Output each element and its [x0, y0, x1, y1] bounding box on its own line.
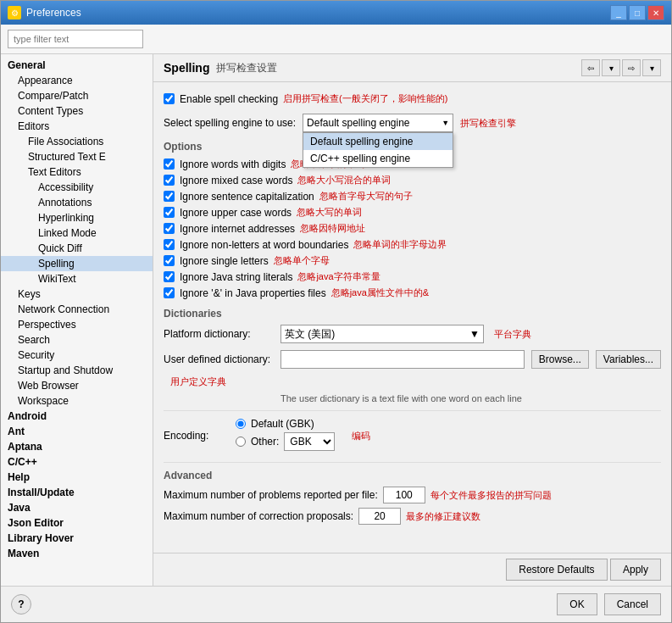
encoding-other-radio[interactable]	[236, 437, 246, 447]
platform-dict-label-cn: 平台字典	[494, 328, 531, 341]
apply-button[interactable]: Apply	[610, 559, 661, 581]
nav-menu-button[interactable]: ▾	[642, 59, 661, 76]
checkbox-ignore-internet: Ignore internet addresses 忽略因特网地址	[164, 222, 661, 235]
checkbox-ignore-java-string: Ignore Java string literals 忽略java字符串常量	[164, 270, 661, 283]
window-icon: ⚙	[8, 6, 21, 19]
nav-dropdown-button[interactable]: ▾	[602, 59, 620, 76]
platform-dict-row: Platform dictionary: 英文 (美国) ▼ 平台字典	[164, 325, 661, 343]
cb-ignore-mixed[interactable]	[164, 175, 175, 186]
sidebar-item-spelling[interactable]: Spelling	[1, 256, 153, 271]
cb-ignore-single[interactable]	[164, 255, 175, 266]
engine-option-default[interactable]: Default spelling engine	[303, 133, 453, 150]
cb-ignore-sentence-label-cn: 忽略首字母大写的句子	[319, 190, 413, 203]
checkbox-ignore-sentence: Ignore sentence capitalization 忽略首字母大写的句…	[164, 190, 661, 203]
restore-defaults-button[interactable]: Restore Defaults	[506, 559, 607, 581]
sidebar-item-cpp[interactable]: C/C++	[1, 454, 153, 470]
cb-ignore-ampersand[interactable]	[164, 287, 175, 298]
checkbox-ignore-ampersand: Ignore '&' in Java properties files 忽略ja…	[164, 286, 661, 299]
engine-option-cpp[interactable]: C/C++ spelling engine	[303, 150, 453, 167]
cb-ignore-internet-label: Ignore internet addresses	[180, 223, 295, 235]
dict-section: Dictionaries Platform dictionary: 英文 (美国…	[164, 308, 661, 403]
sidebar-item-hyperlinking[interactable]: Hyperlinking	[1, 210, 153, 225]
right-panel: Spelling 拼写检查设置 ⇦ ▾ ⇨ ▾ Enable spell che…	[153, 54, 671, 586]
cb-ignore-single-label-cn: 忽略单个字母	[274, 254, 330, 267]
sidebar-item-structured-text[interactable]: Structured Text E	[1, 149, 153, 164]
sidebar-item-help[interactable]: Help	[1, 470, 153, 485]
sidebar-item-library-hover[interactable]: Library Hover	[1, 531, 153, 546]
cb-ignore-upper[interactable]	[164, 207, 175, 218]
sidebar-item-text-editors[interactable]: Text Editors	[1, 164, 153, 180]
sidebar-item-accessibility[interactable]: Accessibility	[1, 180, 153, 195]
sidebar-item-startup-shutdown[interactable]: Startup and Shutdow	[1, 363, 153, 378]
sidebar-item-java[interactable]: Java	[1, 500, 153, 515]
nav-forward-button[interactable]: ⇨	[622, 59, 641, 76]
nav-back-button[interactable]: ⇦	[581, 59, 600, 76]
sidebar-item-general[interactable]: General	[1, 58, 153, 73]
panel-title-cn: 拼写检查设置	[216, 61, 277, 75]
user-dict-input[interactable]	[280, 350, 525, 369]
cb-ignore-sentence[interactable]	[164, 191, 175, 202]
encoding-default-radio[interactable]	[236, 419, 246, 429]
filter-input[interactable]	[8, 30, 143, 48]
cb-ignore-internet[interactable]	[164, 223, 175, 234]
sidebar-item-json-editor[interactable]: Json Editor	[1, 515, 153, 531]
window-title: Preferences	[26, 7, 605, 19]
engine-row: Select spelling engine to use: Default s…	[164, 114, 661, 132]
ok-button[interactable]: OK	[557, 593, 597, 615]
sidebar-item-ant[interactable]: Ant	[1, 424, 153, 439]
sidebar-item-content-types[interactable]: Content Types	[1, 103, 153, 119]
variables-button[interactable]: Variables...	[596, 350, 661, 369]
footer-bar: ? OK Cancel	[1, 586, 671, 622]
sidebar-item-wikitext[interactable]: WikiText	[1, 271, 153, 286]
sidebar-item-install-update[interactable]: Install/Update	[1, 485, 153, 500]
sidebar-item-compare-patch[interactable]: Compare/Patch	[1, 88, 153, 103]
sidebar-item-editors[interactable]: Editors	[1, 119, 153, 134]
checkbox-ignore-nonletters: Ignore non-letters at word boundaries 忽略…	[164, 238, 661, 251]
cb-ignore-mixed-label-cn: 忽略大小写混合的单词	[297, 174, 391, 186]
footer-left: ?	[11, 594, 31, 615]
sidebar-item-web-browser[interactable]: Web Browser	[1, 378, 153, 393]
cb-ignore-java-string[interactable]	[164, 271, 175, 282]
main-area: General Appearance Compare/Patch Content…	[1, 54, 671, 586]
encoding-other-dropdown[interactable]: GBK	[284, 432, 335, 451]
encoding-default-label: Default (GBK)	[251, 418, 314, 430]
panel-content: Enable spell checking 启用拼写检查(一般关闭了，影响性能的…	[153, 82, 671, 553]
cancel-button[interactable]: Cancel	[604, 593, 661, 615]
cb-ignore-digits[interactable]	[164, 159, 175, 170]
panel-header: Spelling 拼写检查设置 ⇦ ▾ ⇨ ▾	[153, 54, 671, 82]
checkbox-ignore-single: Ignore single letters 忽略单个字母	[164, 254, 661, 267]
sidebar-item-linked-mode[interactable]: Linked Mode	[1, 225, 153, 241]
max-corrections-input[interactable]	[358, 508, 401, 525]
max-problems-input[interactable]	[383, 487, 425, 503]
encoding-other-label: Other:	[251, 436, 279, 448]
sidebar-item-keys[interactable]: Keys	[1, 286, 153, 302]
sidebar-item-quick-diff[interactable]: Quick Diff	[1, 241, 153, 256]
engine-dropdown[interactable]: Default spelling engine ▼	[303, 114, 453, 132]
sidebar-item-file-associations[interactable]: File Associations	[1, 134, 153, 149]
sidebar-item-android[interactable]: Android	[1, 409, 153, 424]
maximize-button[interactable]: □	[629, 5, 646, 20]
sidebar-item-search[interactable]: Search	[1, 332, 153, 348]
sidebar-item-maven[interactable]: Maven	[1, 546, 153, 561]
sidebar-item-perspectives[interactable]: Perspectives	[1, 317, 153, 332]
enable-spell-label: Enable spell checking	[180, 93, 278, 105]
sidebar-item-annotations[interactable]: Annotations	[1, 195, 153, 210]
cb-ignore-nonletters-label: Ignore non-letters at word boundaries	[180, 239, 348, 251]
enable-spell-checkbox[interactable]	[164, 93, 175, 104]
sidebar: General Appearance Compare/Patch Content…	[1, 54, 153, 586]
encoding-label-cn: 编码	[352, 430, 370, 442]
sidebar-item-security[interactable]: Security	[1, 348, 153, 363]
sidebar-item-appearance[interactable]: Appearance	[1, 73, 153, 88]
sidebar-item-workspace[interactable]: Workspace	[1, 393, 153, 409]
platform-dict-dropdown[interactable]: 英文 (美国) ▼	[280, 325, 484, 343]
sidebar-item-aptana[interactable]: Aptana	[1, 439, 153, 454]
user-dict-note: The user dictionary is a text file with …	[280, 393, 661, 403]
close-button[interactable]: ✕	[647, 5, 664, 20]
dict-section-label: Dictionaries	[164, 308, 661, 320]
sidebar-item-network-connection[interactable]: Network Connection	[1, 302, 153, 317]
cb-ignore-nonletters[interactable]	[164, 239, 175, 250]
max-corrections-row: Maximum number of correction proposals: …	[164, 508, 661, 525]
help-button[interactable]: ?	[11, 594, 31, 615]
browse-button[interactable]: Browse...	[531, 350, 589, 369]
minimize-button[interactable]: _	[610, 5, 627, 20]
